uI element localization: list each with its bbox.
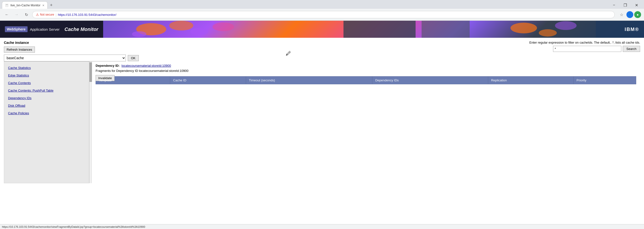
svg-point-8 (539, 29, 557, 36)
minimize-button[interactable]: − (608, 1, 620, 9)
top-controls-row: Cache instance Refresh Instances baseCac… (4, 41, 640, 61)
search-button[interactable]: Search (623, 46, 640, 52)
bookmark-button[interactable]: ☆ (618, 11, 626, 18)
window-controls: − ❐ ✕ (608, 1, 644, 9)
sidebar-container: Cache Statistics Edge Statistics Cache C… (4, 61, 92, 183)
profile-icon[interactable]: 👤 (626, 11, 633, 18)
cache-instance-label: Cache instance (4, 41, 530, 45)
toolbar-icons: ☆ 👤 ● (618, 11, 641, 18)
pushpull-link[interactable]: Cache Contents: PushPull Table (8, 89, 54, 92)
svg-rect-10 (344, 21, 416, 38)
sidebar-item-cache-contents[interactable]: Cache Contents (4, 79, 89, 87)
extension-icon[interactable]: ● (634, 11, 641, 18)
refresh-instances-button[interactable]: Refresh Instances (4, 46, 35, 53)
address-bar: ← → ↻ ⚠ Not secure | https://10.176.103.… (0, 9, 644, 20)
warning-icon: ⚠ (36, 13, 39, 16)
table-header-row: Template Cache ID Timeout (seconds) Depe… (96, 76, 636, 84)
new-tab-button[interactable]: + (48, 1, 55, 9)
sidebar-item-edge-statistics[interactable]: Edge Statistics (4, 72, 89, 79)
ibm-logo: IBM® (625, 26, 639, 32)
col-timeout: Timeout (seconds) (246, 76, 372, 84)
url-separator: | (56, 13, 56, 16)
content-panel: Dependency ID: locatecoursematerial:stor… (92, 61, 640, 183)
filter-input[interactable] (553, 46, 621, 52)
filter-row: Search (530, 46, 640, 52)
sidebar: Cache Statistics Edge Statistics Cache C… (4, 61, 89, 183)
header-left: WebSphere Application Server Cache Monit… (0, 26, 103, 32)
tab-favicon (5, 4, 8, 7)
left-controls: Cache instance Refresh Instances baseCac… (4, 41, 530, 61)
dependency-id-value[interactable]: locatecoursematerial:storeId:10900 (122, 64, 171, 67)
cache-monitor-title: Cache Monitor (64, 26, 98, 32)
dependency-ids-link[interactable]: Dependency IDs (8, 96, 32, 100)
svg-point-4 (190, 28, 208, 35)
col-dependency-ids: Dependency IDs (372, 76, 488, 84)
svg-point-6 (132, 31, 146, 37)
panel-layout: Cache Statistics Edge Statistics Cache C… (4, 61, 640, 183)
svg-point-5 (213, 22, 234, 31)
reload-button[interactable]: ↻ (22, 11, 30, 18)
edge-statistics-link[interactable]: Edge Statistics (8, 74, 29, 77)
main-content: Cache instance Refresh Instances baseCac… (0, 38, 644, 186)
url-bar[interactable]: ⚠ Not secure | https://10.176.103.91:544… (32, 11, 615, 18)
dependency-id-row: Dependency ID: locatecoursematerial:stor… (96, 64, 636, 67)
disk-offload-link[interactable]: Disk Offload (8, 104, 25, 107)
cache-policies-link[interactable]: Cache Policies (8, 111, 29, 115)
table-header: Template Cache ID Timeout (seconds) Depe… (96, 76, 636, 84)
restore-button[interactable]: ❐ (620, 1, 631, 9)
dependency-id-label: Dependency ID: (96, 64, 120, 67)
data-table: Template Cache ID Timeout (seconds) Depe… (96, 76, 636, 84)
sidebar-item-disk-offload[interactable]: Disk Offload (4, 102, 89, 109)
cache-contents-link[interactable]: Cache Contents (8, 81, 31, 85)
ok-button[interactable]: OK (128, 55, 139, 61)
sidebar-item-cache-policies[interactable]: Cache Policies (4, 109, 89, 117)
header-banner: IBM® (103, 21, 644, 38)
col-priority: Priority (574, 76, 636, 84)
browser-chrome: live_txn-Cache Monitor × + − ❐ ✕ ← → ↻ ⚠… (0, 0, 644, 21)
cache-statistics-link[interactable]: Cache Statistics (8, 66, 31, 70)
svg-point-9 (555, 21, 577, 30)
cache-select-row: baseCache OK (4, 55, 530, 61)
svg-point-7 (510, 23, 537, 33)
sidebar-item-dependency-ids[interactable]: Dependency IDs (4, 94, 89, 102)
back-button[interactable]: ← (3, 11, 11, 18)
right-filter: Enter regular expression to filter on ca… (530, 41, 640, 52)
col-replication: Replication (488, 76, 573, 84)
fragments-text: Fragments for Dependency ID locatecourse… (96, 69, 636, 73)
app-header: WebSphere Application Server Cache Monit… (0, 21, 644, 38)
websphere-logo: WebSphere (5, 26, 28, 32)
security-badge: ⚠ Not secure (36, 13, 54, 16)
close-tab-button[interactable]: × (42, 4, 44, 7)
security-label: Not secure (40, 13, 54, 16)
svg-rect-11 (422, 21, 470, 38)
svg-rect-1 (6, 4, 8, 5)
svg-point-3 (169, 21, 193, 30)
svg-rect-0 (5, 4, 8, 7)
sidebar-item-pushpull[interactable]: Cache Contents: PushPull Table (4, 87, 89, 94)
tab-title: live_txn-Cache Monitor (10, 4, 40, 7)
filter-description: Enter regular expression to filter on ca… (530, 41, 640, 44)
url-text: https://10.176.103.91:5443/cachemonitor/ (58, 13, 116, 16)
col-cache-id: Cache ID (170, 76, 246, 84)
sidebar-scrollbar[interactable] (89, 61, 92, 183)
forward-button[interactable]: → (13, 11, 20, 18)
browser-tab[interactable]: live_txn-Cache Monitor × (2, 1, 48, 9)
header-banner-image: IBM® (103, 21, 644, 38)
cache-select[interactable]: baseCache (4, 55, 126, 61)
sidebar-scrollbar-thumb[interactable] (90, 62, 92, 82)
app-server-text: Application Server (30, 27, 60, 31)
tab-bar: live_txn-Cache Monitor × + − ❐ ✕ (0, 0, 644, 9)
sidebar-item-cache-statistics[interactable]: Cache Statistics (4, 64, 89, 72)
close-window-button[interactable]: ✕ (631, 1, 642, 9)
